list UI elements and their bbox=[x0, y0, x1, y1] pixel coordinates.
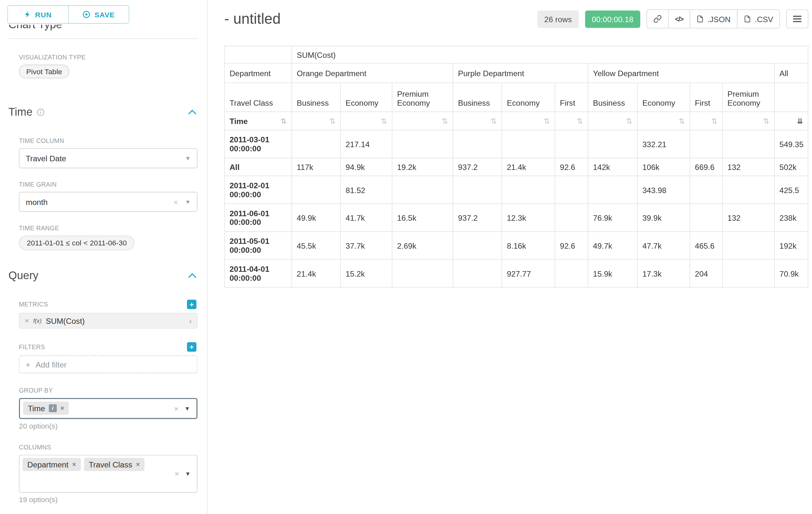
bolt-icon bbox=[24, 10, 31, 19]
table-row: 2011-06-01 00:00:0049.9k41.7k16.5k937.21… bbox=[225, 204, 808, 232]
sort-icon[interactable]: ⇅ bbox=[397, 117, 448, 125]
remove-tag-icon[interactable]: × bbox=[60, 404, 64, 412]
pivot-value-cell: 8.16k bbox=[502, 232, 555, 260]
viz-type-pill[interactable]: Pivot Table bbox=[19, 64, 69, 78]
run-save-button-group: RUN SAVE bbox=[7, 5, 129, 23]
pivot-value-cell: 49.9k bbox=[292, 204, 341, 232]
pivot-value-cell: 132 bbox=[722, 204, 775, 232]
fx-icon: f(x) bbox=[33, 317, 41, 324]
columns-label: COLUMNS bbox=[19, 444, 51, 451]
clear-icon[interactable]: × bbox=[173, 197, 178, 206]
travel-class-header: Business bbox=[588, 83, 637, 112]
travel-class-header: Premium Economy bbox=[722, 83, 775, 112]
time-range-label: TIME RANGE bbox=[19, 224, 59, 232]
pivot-value-cell: 117k bbox=[292, 158, 341, 176]
pivot-value-cell: 238k bbox=[775, 204, 808, 232]
columns-tag-travel-class[interactable]: Travel Class × bbox=[84, 458, 145, 471]
link-icon bbox=[654, 15, 662, 23]
filters-label: FILTERS bbox=[19, 344, 45, 351]
export-csv-button[interactable]: .CSV bbox=[737, 10, 780, 28]
columns-options-count: 19 option(s) bbox=[19, 495, 196, 504]
sort-header-cell: ⇅ bbox=[392, 112, 453, 130]
add-filter-label: Add filter bbox=[36, 360, 67, 369]
time-grain-select[interactable]: month × ▼ bbox=[19, 192, 197, 212]
pivot-value-cell: 927.77 bbox=[502, 260, 555, 288]
sort-icon[interactable]: ⇅ bbox=[728, 117, 770, 125]
pivot-value-cell bbox=[690, 204, 722, 232]
sort-icon[interactable]: ⇅ bbox=[281, 117, 287, 125]
pivot-value-cell bbox=[502, 176, 555, 204]
more-menu-button[interactable] bbox=[786, 9, 809, 28]
pivot-value-cell: 937.2 bbox=[453, 204, 502, 232]
plus-icon: + bbox=[26, 360, 30, 369]
sort-icon[interactable]: ⇊ bbox=[780, 117, 803, 125]
clear-icon[interactable]: × bbox=[174, 404, 178, 413]
table-row: 2011-04-01 00:00:0021.4k15.2k927.7715.9k… bbox=[225, 260, 808, 288]
pivot-value-cell: 16.5k bbox=[392, 204, 453, 232]
chevron-down-icon: ▼ bbox=[185, 470, 191, 477]
remove-tag-icon[interactable]: × bbox=[72, 461, 76, 469]
sort-icon[interactable]: ⇅ bbox=[458, 117, 497, 125]
add-filter-button[interactable]: + Add filter bbox=[19, 355, 197, 373]
pivot-value-cell: 332.21 bbox=[637, 130, 690, 158]
pivot-value-cell bbox=[555, 260, 588, 288]
travel-class-header: Business bbox=[292, 83, 341, 112]
pivot-value-cell bbox=[722, 232, 775, 260]
run-button[interactable]: RUN bbox=[8, 6, 68, 23]
sort-icon[interactable]: ⇅ bbox=[560, 117, 583, 125]
clear-icon[interactable]: × bbox=[175, 469, 179, 478]
column-dimension-header: Department bbox=[225, 63, 292, 83]
hamburger-icon bbox=[793, 15, 802, 23]
metric-item[interactable]: × f(x) SUM(Cost) › bbox=[19, 313, 197, 329]
add-filter-plus-button[interactable]: + bbox=[187, 342, 196, 351]
sort-icon[interactable]: ⇅ bbox=[346, 117, 387, 125]
pivot-row-label: All bbox=[225, 158, 292, 176]
columns-select[interactable]: Department × Travel Class × × ▼ bbox=[19, 455, 197, 493]
all-column-header: All bbox=[775, 63, 808, 83]
chevron-up-icon[interactable] bbox=[188, 109, 196, 114]
sort-icon[interactable]: ⇅ bbox=[695, 117, 717, 125]
group-by-select[interactable]: Time i × × ▼ bbox=[19, 398, 197, 419]
embed-code-button[interactable]: </> bbox=[668, 10, 690, 28]
time-column-select[interactable]: Travel Date ▼ bbox=[19, 148, 197, 168]
sort-header-cell: ⇅ bbox=[555, 112, 588, 130]
add-metric-button[interactable]: + bbox=[187, 300, 196, 309]
save-button[interactable]: SAVE bbox=[68, 6, 129, 23]
pivot-table-container: SUM(Cost)DepartmentOrange DepartmentPurp… bbox=[224, 46, 809, 288]
sort-icon[interactable]: ⇅ bbox=[297, 117, 336, 125]
pivot-value-cell: 15.9k bbox=[588, 260, 637, 288]
columns-tag-department[interactable]: Department × bbox=[23, 458, 81, 471]
pivot-value-cell: 81.52 bbox=[341, 176, 392, 204]
time-column-label: TIME COLUMN bbox=[19, 137, 64, 144]
chevron-up-icon[interactable] bbox=[188, 273, 196, 278]
travel-class-header: First bbox=[555, 83, 588, 112]
pivot-value-cell: 37.7k bbox=[341, 232, 392, 260]
time-grain-label: TIME GRAIN bbox=[19, 181, 57, 188]
metric-header: SUM(Cost) bbox=[292, 46, 808, 63]
pivot-value-cell bbox=[292, 130, 341, 158]
travel-class-header: Economy bbox=[502, 83, 555, 112]
pivot-value-cell bbox=[588, 130, 637, 158]
export-json-button[interactable]: .JSON bbox=[689, 10, 737, 28]
share-link-button[interactable] bbox=[647, 10, 668, 28]
group-by-tag[interactable]: Time i × bbox=[23, 402, 69, 415]
pivot-table: SUM(Cost)DepartmentOrange DepartmentPurp… bbox=[224, 46, 809, 288]
save-button-label: SAVE bbox=[94, 10, 115, 19]
pivot-value-cell: 15.2k bbox=[341, 260, 392, 288]
remove-metric-icon[interactable]: × bbox=[25, 317, 29, 325]
metrics-label: METRICS bbox=[19, 301, 48, 308]
sort-header-cell: ⇅ bbox=[453, 112, 502, 130]
time-grain-value: month bbox=[26, 197, 48, 206]
department-group-header: Orange Department bbox=[292, 63, 453, 83]
travel-class-header: Economy bbox=[341, 83, 392, 112]
sort-icon[interactable]: ⇅ bbox=[593, 117, 633, 125]
pivot-value-cell: 343.98 bbox=[637, 176, 690, 204]
sort-icon[interactable]: ⇅ bbox=[642, 117, 685, 125]
pivot-value-cell bbox=[690, 130, 722, 158]
sort-icon[interactable]: ⇅ bbox=[507, 117, 550, 125]
pivot-value-cell bbox=[453, 130, 502, 158]
department-group-header: Purple Department bbox=[453, 63, 588, 83]
pivot-value-cell: 49.7k bbox=[588, 232, 637, 260]
remove-tag-icon[interactable]: × bbox=[136, 461, 140, 469]
time-range-pill[interactable]: 2011-01-01 ≤ col < 2011-06-30 bbox=[19, 236, 135, 250]
